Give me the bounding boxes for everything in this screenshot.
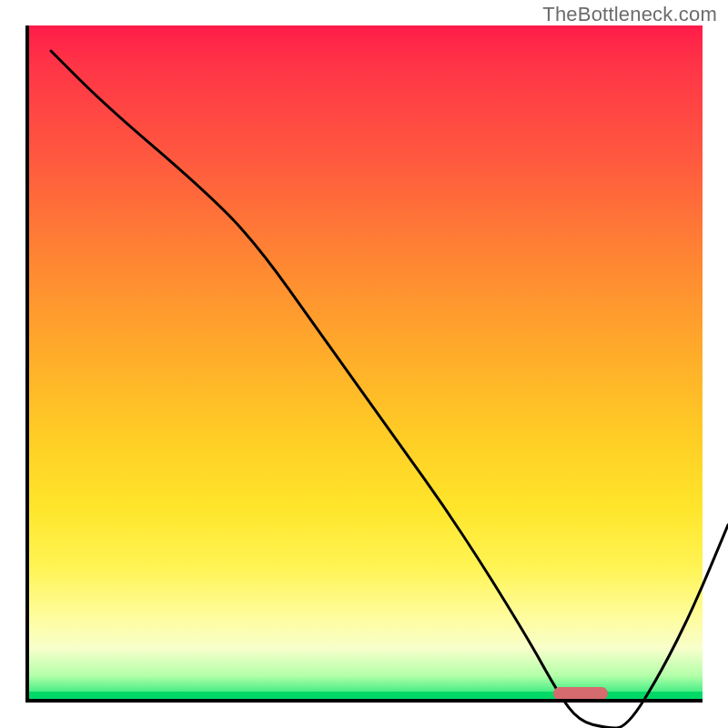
optimal-marker <box>553 687 608 700</box>
y-axis <box>25 25 29 703</box>
plot-area <box>25 25 703 703</box>
bottleneck-curve <box>51 51 728 728</box>
x-axis <box>25 699 703 703</box>
watermark-text: TheBottleneck.com <box>542 3 717 26</box>
chart-container: TheBottleneck.com <box>0 0 728 728</box>
